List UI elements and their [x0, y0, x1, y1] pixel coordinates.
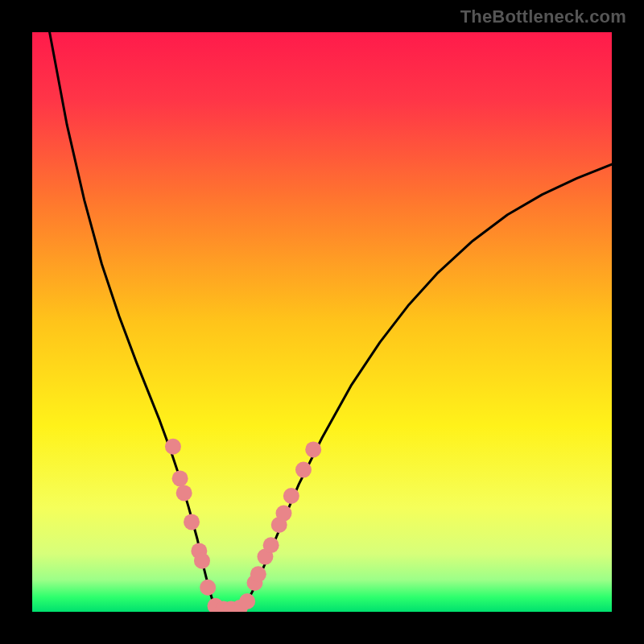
watermark-text: TheBottleneck.com: [460, 6, 626, 27]
chart-curves: [32, 32, 612, 612]
plot-area: [32, 32, 612, 612]
